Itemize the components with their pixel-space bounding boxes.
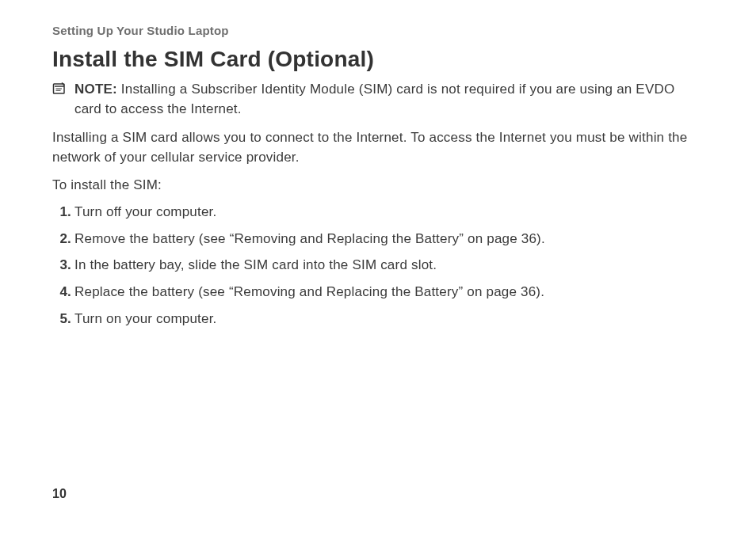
paragraph-intro: Installing a SIM card allows you to conn… bbox=[52, 128, 699, 167]
list-item: Turn off your computer. bbox=[74, 203, 699, 222]
note-text: NOTE: Installing a Subscriber Identity M… bbox=[74, 80, 699, 119]
page-number: 10 bbox=[52, 487, 67, 501]
note-label: NOTE: bbox=[74, 82, 117, 97]
list-item: Turn on your computer. bbox=[74, 310, 699, 329]
note-block: NOTE: Installing a Subscriber Identity M… bbox=[52, 80, 699, 119]
section-header: Setting Up Your Studio Laptop bbox=[52, 24, 699, 37]
note-body: Installing a Subscriber Identity Module … bbox=[74, 82, 674, 116]
page-title: Install the SIM Card (Optional) bbox=[52, 47, 699, 72]
steps-list: Turn off your computer. Remove the batte… bbox=[52, 203, 699, 329]
list-item: Replace the battery (see “Removing and R… bbox=[74, 283, 699, 302]
note-icon bbox=[52, 82, 67, 96]
list-item: Remove the battery (see “Removing and Re… bbox=[74, 230, 699, 249]
paragraph-lead: To install the SIM: bbox=[52, 176, 699, 196]
list-item: In the battery bay, slide the SIM card i… bbox=[74, 256, 699, 276]
page: Setting Up Your Studio Laptop Install th… bbox=[0, 0, 756, 536]
